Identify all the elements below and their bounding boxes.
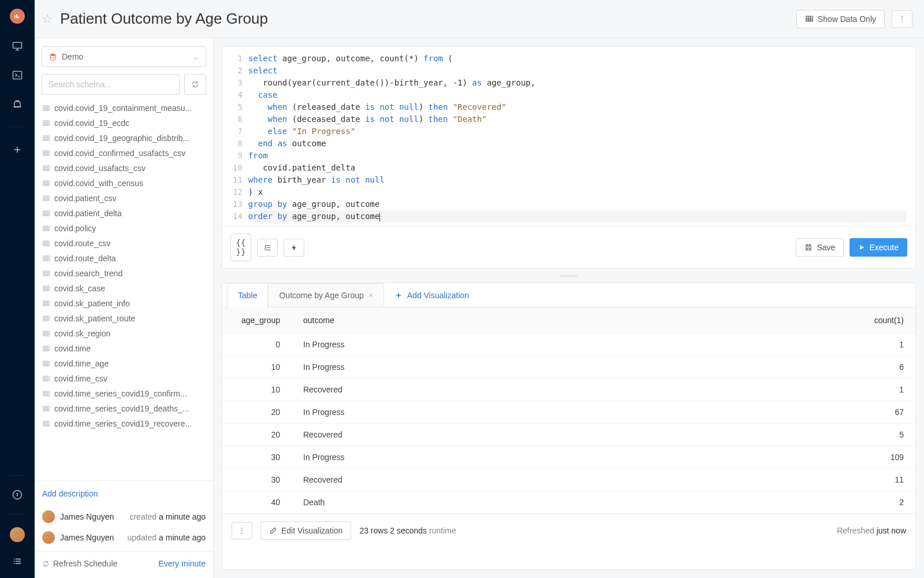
close-icon[interactable]: × (368, 291, 373, 300)
schema-search-input[interactable] (42, 74, 180, 95)
svg-rect-20 (43, 271, 50, 276)
schema-table-item[interactable]: covid.sk_patient_info (35, 296, 213, 311)
svg-rect-30 (43, 421, 50, 426)
format-braces-button[interactable]: {{ }} (230, 234, 251, 261)
table-row[interactable]: 0In Progress1 (222, 334, 915, 356)
schema-table-item[interactable]: covid.covid_confirmed_usafacts_csv (35, 146, 213, 161)
table-icon (42, 179, 50, 187)
schema-table-item[interactable]: covid.sk_region (35, 326, 213, 341)
sql-editor[interactable]: 1234567891011121314 select age_group, ou… (222, 47, 915, 226)
terminal-icon[interactable] (11, 69, 24, 81)
author-avatar (42, 531, 55, 544)
refresh-schedule-row[interactable]: Refresh Schedule Every minute (35, 551, 213, 578)
schema-table-item[interactable]: covid.covid_usafacts_csv (35, 161, 213, 176)
schema-table-item[interactable]: covid.covid_with_census (35, 176, 213, 191)
schema-table-list: covid.covid_19_containment_measu...covid… (35, 101, 213, 480)
tab-visualization[interactable]: Outcome by Age Group × (268, 283, 384, 307)
schema-refresh-button[interactable] (184, 74, 206, 95)
svg-rect-10 (43, 121, 50, 125)
edit-visualization-button[interactable]: Edit Visualization (260, 521, 351, 540)
results-card: Table Outcome by Age Group × ＋ Add Visua… (222, 283, 916, 570)
tab-table[interactable]: Table (227, 283, 268, 307)
schema-table-item[interactable]: covid.covid_19_containment_measu... (35, 101, 213, 116)
help-icon[interactable] (11, 488, 24, 501)
save-button[interactable]: Save (796, 238, 844, 257)
schema-table-name: covid.route_delta (54, 254, 116, 263)
execute-label: Execute (869, 243, 899, 252)
column-header[interactable]: age_group (222, 307, 292, 334)
schema-table-item[interactable]: covid.time_series_covid19_recovere... (35, 416, 213, 431)
schema-table-item[interactable]: covid.time_csv (35, 371, 213, 386)
svg-rect-28 (43, 391, 50, 396)
dots-vertical-icon (898, 15, 906, 23)
favorite-star-icon[interactable]: ☆ (42, 12, 53, 27)
monitor-icon[interactable] (11, 40, 24, 53)
table-row[interactable]: 10In Progress6 (222, 356, 915, 379)
schema-table-name: covid.covid_19_geographic_disbtrib... (54, 134, 189, 143)
svg-rect-14 (43, 181, 50, 186)
schema-table-name: covid.time (54, 344, 91, 353)
schema-table-item[interactable]: covid.covid_19_ecdc (35, 116, 213, 131)
svg-rect-12 (43, 151, 50, 155)
add-description-link[interactable]: Add description (42, 489, 98, 498)
schema-table-name: covid.time_age (54, 359, 109, 368)
sql-editor-card: 1234567891011121314 select age_group, ou… (222, 46, 916, 269)
svg-point-5 (901, 16, 903, 17)
table-icon (42, 329, 50, 338)
schema-table-item[interactable]: covid.route_delta (35, 251, 213, 266)
execute-button[interactable]: Execute (850, 238, 907, 257)
svg-rect-22 (43, 301, 50, 306)
plus-icon[interactable] (11, 143, 24, 156)
schema-table-item[interactable]: covid.search_trend (35, 266, 213, 281)
table-row[interactable]: 10Recovered1 (222, 379, 915, 401)
table-row[interactable]: 30Recovered11 (222, 469, 915, 491)
schema-table-name: covid.covid_19_containment_measu... (54, 103, 192, 113)
table-row[interactable]: 20In Progress67 (222, 401, 915, 424)
table-row[interactable]: 30In Progress109 (222, 446, 915, 469)
indent-button[interactable] (257, 239, 278, 257)
schema-table-item[interactable]: covid.time_age (35, 356, 213, 371)
table-icon (42, 209, 50, 217)
results-footer: Edit Visualization 23 rows 2 seconds run… (222, 514, 915, 547)
schema-table-item[interactable]: covid.sk_case (35, 281, 213, 296)
schema-table-item[interactable]: covid.patient_delta (35, 206, 213, 221)
schema-table-item[interactable]: covid.time (35, 341, 213, 356)
table-row[interactable]: 20Recovered5 (222, 424, 915, 446)
table-icon (42, 254, 50, 262)
pane-resize-handle[interactable] (222, 273, 916, 278)
column-header[interactable]: outcome (292, 307, 635, 334)
autocomplete-button[interactable] (284, 239, 304, 257)
datasource-select[interactable]: Demo ⌄ (42, 46, 206, 67)
schema-table-name: covid.time_csv (54, 374, 107, 383)
schema-table-item[interactable]: covid.time_series_covid19_confirm... (35, 386, 213, 401)
schema-table-item[interactable]: covid.patient_csv (35, 191, 213, 206)
edit-viz-label: Edit Visualization (281, 526, 342, 535)
schema-table-item[interactable]: covid.policy (35, 221, 213, 236)
results-more-button[interactable] (232, 522, 252, 539)
svg-rect-15 (43, 196, 50, 201)
schema-table-item[interactable]: covid.time_series_covid19_deaths_... (35, 401, 213, 416)
refresh-icon (42, 560, 50, 568)
table-icon (42, 344, 50, 353)
svg-point-6 (901, 18, 903, 20)
schema-table-name: covid.covid_usafacts_csv (54, 164, 146, 173)
table-icon (42, 269, 50, 277)
more-menu-button[interactable] (892, 10, 912, 28)
show-data-only-button[interactable]: Show Data Only (796, 10, 885, 28)
results-tabs: Table Outcome by Age Group × ＋ Add Visua… (222, 283, 915, 307)
edit-icon (269, 527, 277, 535)
schema-table-item[interactable]: covid.route_csv (35, 236, 213, 251)
list-icon[interactable] (11, 555, 24, 568)
svg-point-33 (241, 532, 243, 533)
schema-table-name: covid.patient_csv (54, 194, 116, 203)
alert-icon[interactable] (11, 98, 24, 110)
schema-table-item[interactable]: covid.sk_patient_route (35, 311, 213, 326)
table-icon (42, 420, 50, 428)
column-header[interactable]: count(1) (635, 307, 915, 334)
app-logo[interactable] (10, 9, 25, 24)
add-visualization-button[interactable]: ＋ Add Visualization (384, 283, 479, 307)
lightning-icon (290, 243, 298, 252)
user-avatar[interactable] (10, 527, 25, 542)
schema-table-item[interactable]: covid.covid_19_geographic_disbtrib... (35, 131, 213, 146)
table-row[interactable]: 40Death2 (222, 491, 915, 514)
